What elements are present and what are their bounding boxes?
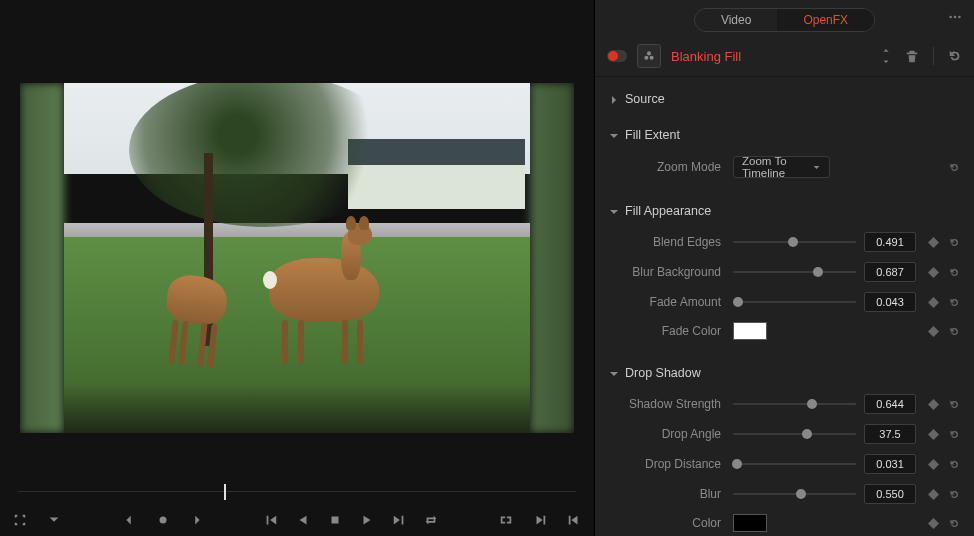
zoom-mode-dropdown[interactable]: Zoom To Timeline [733,156,830,178]
inspector-tabs: Video OpenFX [595,0,974,36]
drop-angle-slider[interactable] [733,427,856,441]
play-icon[interactable] [359,512,375,528]
match-frame-icon[interactable] [498,512,514,528]
reset-icon[interactable] [949,267,960,278]
timeline[interactable] [18,478,576,506]
section-fill-appearance-header[interactable]: Fill Appearance [595,199,974,223]
prev-clip-icon[interactable] [566,512,582,528]
keyframe-icon[interactable] [928,489,939,500]
svg-rect-1 [332,517,339,524]
stop-icon[interactable] [327,512,343,528]
mark-in-icon[interactable] [121,512,137,528]
reset-icon[interactable] [949,459,960,470]
section-fill-extent-title: Fill Extent [625,128,680,142]
inspector-pane: Video OpenFX Blanking Fill Source [594,0,974,536]
blur-background-slider[interactable] [733,265,856,279]
zoom-mode-label: Zoom Mode [595,160,725,174]
section-source: Source [595,81,974,117]
reset-all-icon[interactable] [948,49,962,63]
reset-icon[interactable] [949,237,960,248]
shadow-blur-slider[interactable] [733,487,856,501]
keyframe-icon[interactable] [928,518,939,529]
drop-angle-input[interactable] [864,424,916,444]
chevron-down-icon [609,130,619,140]
loop-icon[interactable] [423,512,439,528]
trash-icon[interactable] [905,49,919,63]
section-fill-appearance-title: Fill Appearance [625,204,711,218]
viewer-canvas[interactable] [20,83,574,433]
blend-edges-slider[interactable] [733,235,856,249]
crop-icon[interactable] [12,512,28,528]
fade-amount-slider[interactable] [733,295,856,309]
svg-point-2 [949,16,952,19]
section-fill-appearance: Fill Appearance Blend Edges Blur Backgro… [595,193,974,355]
reset-icon[interactable] [949,429,960,440]
viewer-pane [0,0,594,536]
blanking-fill-left [20,83,64,433]
shadow-blur-input[interactable] [864,484,916,504]
drop-distance-input[interactable] [864,454,916,474]
fade-amount-input[interactable] [864,292,916,312]
param-fade-color: Fade Color [595,317,974,345]
section-source-header[interactable]: Source [595,87,974,111]
reset-icon[interactable] [949,399,960,410]
param-zoom-mode: Zoom Mode Zoom To Timeline [595,151,974,183]
blend-edges-input[interactable] [864,232,916,252]
section-fill-extent-header[interactable]: Fill Extent [595,123,974,147]
zoom-mode-value: Zoom To Timeline [742,155,813,179]
keyframe-icon[interactable] [928,237,939,248]
blanking-fill-right [530,83,574,433]
svg-point-6 [644,56,648,60]
chevron-down-icon[interactable] [46,512,62,528]
drop-distance-slider[interactable] [733,457,856,471]
shadow-strength-input[interactable] [864,394,916,414]
fade-color-swatch[interactable] [733,322,767,340]
tab-openfx[interactable]: OpenFX [777,9,874,31]
keyframe-icon[interactable] [928,429,939,440]
sort-icon[interactable] [879,49,893,63]
keyframe-icon[interactable] [928,326,939,337]
last-frame-icon[interactable] [391,512,407,528]
mark-out-icon[interactable] [189,512,205,528]
svg-point-7 [650,56,654,60]
section-fill-extent: Fill Extent Zoom Mode Zoom To Timeline [595,117,974,193]
play-reverse-icon[interactable] [295,512,311,528]
blur-background-input[interactable] [864,262,916,282]
chevron-down-icon [609,368,619,378]
param-blend-edges: Blend Edges [595,227,974,257]
reset-icon[interactable] [949,162,960,173]
keyframe-icon[interactable] [928,459,939,470]
shadow-strength-slider[interactable] [733,397,856,411]
reset-icon[interactable] [949,489,960,500]
reset-icon[interactable] [949,297,960,308]
param-shadow-color: Color [595,509,974,536]
tab-video[interactable]: Video [695,9,777,31]
playhead[interactable] [224,484,226,500]
param-drop-angle: Drop Angle [595,419,974,449]
expand-icon[interactable] [948,10,962,24]
section-drop-shadow-header[interactable]: Drop Shadow [595,361,974,385]
svg-point-0 [159,517,166,524]
effect-type-icon[interactable] [637,44,661,68]
section-drop-shadow: Drop Shadow Shadow Strength Drop Angle [595,355,974,536]
section-source-title: Source [625,92,665,106]
param-shadow-strength: Shadow Strength [595,389,974,419]
reset-icon[interactable] [949,326,960,337]
keyframe-icon[interactable] [928,267,939,278]
svg-point-5 [647,51,651,55]
keyframe-icon[interactable] [928,399,939,410]
param-shadow-blur: Blur [595,479,974,509]
next-clip-icon[interactable] [532,512,548,528]
effect-header: Blanking Fill [595,36,974,77]
section-drop-shadow-title: Drop Shadow [625,366,701,380]
chevron-right-icon [609,94,619,104]
chevron-down-icon [609,206,619,216]
svg-point-3 [954,16,957,19]
keyframe-icon[interactable] [928,297,939,308]
effect-enable-toggle[interactable] [607,50,627,62]
shadow-color-swatch[interactable] [733,514,767,532]
reset-icon[interactable] [949,518,960,529]
first-frame-icon[interactable] [263,512,279,528]
video-frame [64,83,530,433]
record-icon[interactable] [155,512,171,528]
